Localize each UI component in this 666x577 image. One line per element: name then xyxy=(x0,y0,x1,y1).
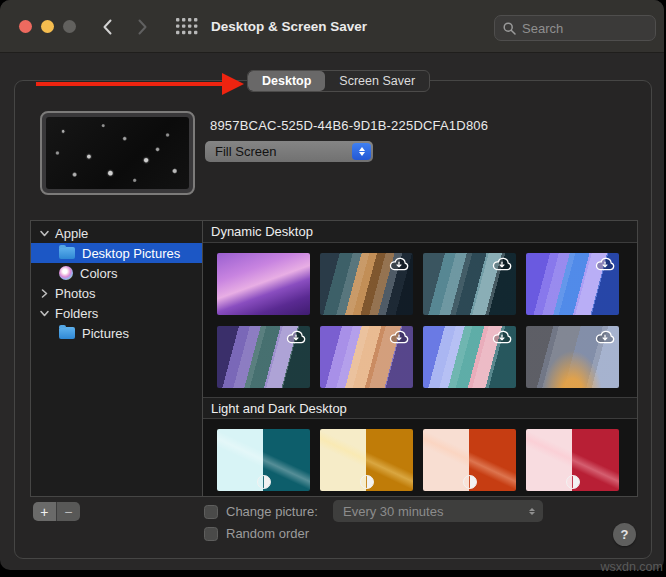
dropdown-chevrons-icon xyxy=(529,508,535,515)
sidebar-item-desktop-pictures[interactable]: Desktop Pictures xyxy=(31,243,202,263)
sidebar-group-apple[interactable]: Apple xyxy=(31,223,202,243)
remove-folder-button[interactable]: − xyxy=(57,502,81,521)
tab-screen-saver-label: Screen Saver xyxy=(339,74,415,88)
wallpaper-preview-image xyxy=(46,117,189,189)
folder-icon xyxy=(59,247,75,259)
screenshot-page: Desktop & Screen Saver Desktop Screen Sa… xyxy=(0,0,666,577)
search-input[interactable] xyxy=(522,21,632,36)
tab-screen-saver[interactable]: Screen Saver xyxy=(325,71,429,91)
wallpaper-pane: Dynamic Desktop xyxy=(203,221,637,496)
tab-bar: Desktop Screen Saver xyxy=(247,70,430,92)
sidebar-group-label: Photos xyxy=(55,286,95,301)
cloud-download-icon[interactable] xyxy=(594,329,616,346)
cloud-download-icon[interactable] xyxy=(594,256,616,273)
sidebar-group-folders[interactable]: Folders xyxy=(31,303,202,323)
light-dark-toggle-icon xyxy=(257,475,271,489)
cloud-download-icon[interactable] xyxy=(491,256,513,273)
chevron-down-icon[interactable] xyxy=(39,308,50,319)
tab-desktop[interactable]: Desktop xyxy=(248,71,325,91)
wallpaper-thumbnail[interactable] xyxy=(320,253,413,315)
annotation-arrow-head xyxy=(222,73,244,95)
section-title: Light and Dark Desktop xyxy=(211,401,347,416)
source-sidebar: Apple Desktop Pictures Colors Photos Fol… xyxy=(31,221,203,496)
wallpaper-thumbnail[interactable] xyxy=(217,253,310,315)
wallpaper-name: 8957BCAC-525D-44B6-9D1B-225DCFA1D806 xyxy=(210,118,488,133)
cloud-download-icon[interactable] xyxy=(388,256,410,273)
preferences-window: Desktop & Screen Saver Desktop Screen Sa… xyxy=(0,0,664,570)
fill-mode-popup[interactable]: Fill Screen xyxy=(205,141,373,162)
sidebar-group-photos[interactable]: Photos xyxy=(31,283,202,303)
search-field[interactable] xyxy=(494,15,656,41)
window-title: Desktop & Screen Saver xyxy=(211,19,367,34)
sidebar-item-label: Desktop Pictures xyxy=(82,246,180,261)
cloud-download-icon[interactable] xyxy=(388,329,410,346)
interval-value: Every 30 minutes xyxy=(333,504,529,519)
zoom-button xyxy=(63,20,76,33)
sidebar-item-label: Colors xyxy=(80,266,118,281)
annotation-arrow xyxy=(36,82,223,86)
show-all-grid-icon[interactable] xyxy=(176,18,198,39)
cloud-download-icon[interactable] xyxy=(285,329,307,346)
search-icon xyxy=(503,22,516,35)
wallpaper-thumbnail[interactable] xyxy=(320,326,413,388)
close-button[interactable] xyxy=(19,20,32,33)
wallpaper-thumbnail[interactable] xyxy=(423,253,516,315)
section-header-light-dark: Light and Dark Desktop xyxy=(203,397,637,419)
change-picture-checkbox[interactable] xyxy=(204,505,218,519)
light-dark-toggle-icon xyxy=(463,475,477,489)
minimize-button[interactable] xyxy=(41,20,54,33)
folder-icon xyxy=(59,327,75,339)
wallpaper-thumbnail[interactable] xyxy=(423,326,516,388)
sidebar-group-label: Folders xyxy=(55,306,98,321)
colors-sphere-icon xyxy=(59,266,73,280)
light-dark-toggle-icon xyxy=(566,475,580,489)
forward-button[interactable] xyxy=(133,18,151,36)
random-order-checkbox[interactable] xyxy=(204,527,218,541)
help-button[interactable]: ? xyxy=(613,523,636,546)
sidebar-item-colors[interactable]: Colors xyxy=(31,263,202,283)
watermark: wsxdn.com xyxy=(600,560,663,574)
light-dark-toggle-icon xyxy=(360,475,374,489)
fill-mode-value: Fill Screen xyxy=(205,144,352,159)
wallpaper-thumbnail[interactable] xyxy=(423,429,516,491)
chevron-right-icon[interactable] xyxy=(39,288,50,299)
wallpaper-thumbnail[interactable] xyxy=(526,429,619,491)
tab-desktop-label: Desktop xyxy=(262,74,311,88)
wallpaper-thumbnail[interactable] xyxy=(320,429,413,491)
sidebar-item-label: Pictures xyxy=(82,326,129,341)
add-folder-button[interactable]: + xyxy=(33,502,57,521)
sidebar-item-pictures[interactable]: Pictures xyxy=(31,323,202,343)
cloud-download-icon[interactable] xyxy=(491,329,513,346)
wallpaper-thumbnail[interactable] xyxy=(526,253,619,315)
wallpaper-thumbnail[interactable] xyxy=(217,326,310,388)
wallpaper-thumbnail[interactable] xyxy=(526,326,619,388)
random-order-label: Random order xyxy=(226,526,309,541)
add-remove-control: + − xyxy=(33,502,80,521)
interval-dropdown[interactable]: Every 30 minutes xyxy=(333,500,543,522)
current-wallpaper-preview xyxy=(40,111,195,195)
section-title: Dynamic Desktop xyxy=(211,224,313,239)
section-header-dynamic: Dynamic Desktop xyxy=(203,221,637,243)
chevron-down-icon[interactable] xyxy=(39,228,50,239)
wallpaper-thumbnail[interactable] xyxy=(217,429,310,491)
titlebar: Desktop & Screen Saver xyxy=(0,0,664,53)
back-button[interactable] xyxy=(99,18,117,36)
sidebar-group-label: Apple xyxy=(55,226,88,241)
popup-chevrons-icon xyxy=(352,143,371,160)
lists-container: Apple Desktop Pictures Colors Photos Fol… xyxy=(30,220,638,497)
change-picture-label: Change picture: xyxy=(226,504,318,519)
